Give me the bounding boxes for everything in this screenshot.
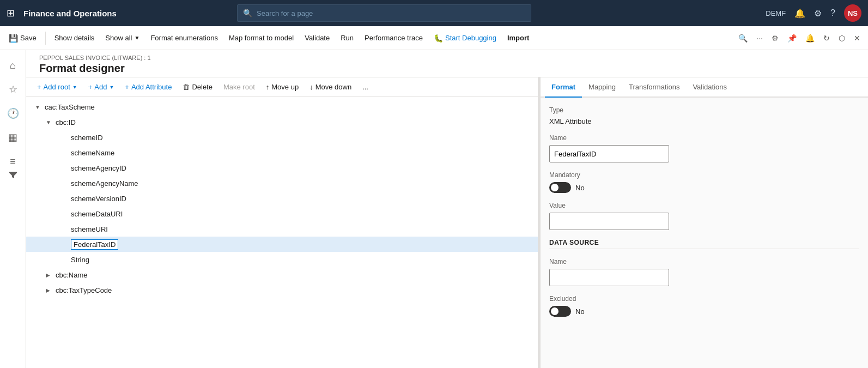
add-root-button[interactable]: + Add root ▼ <box>33 81 82 93</box>
plus-icon: + <box>37 83 41 91</box>
format-enumerations-button[interactable]: Format enumerations <box>146 32 222 44</box>
page-header: PEPPOL SALES INVOICE (LITWARE) : 1 Forma… <box>26 50 868 77</box>
datasource-name-group: Name <box>549 258 859 286</box>
make-root-button[interactable]: Make root <box>219 81 259 93</box>
tree-item-schemeURI[interactable]: schemeURI <box>26 221 538 237</box>
tab-transformations[interactable]: Transformations <box>622 77 686 98</box>
close-button[interactable]: ✕ <box>851 32 864 45</box>
page-title: Format designer <box>39 62 855 75</box>
type-group: Type XML Attribute <box>549 106 859 125</box>
value-input[interactable] <box>549 213 669 230</box>
item-label: FederalTaxID <box>71 239 118 250</box>
properties-body: Type XML Attribute Name Mandatory <box>541 98 868 325</box>
tree-item-cacTaxScheme[interactable]: ▼ cac:TaxScheme <box>26 99 538 114</box>
item-label: schemeURI <box>71 225 108 233</box>
map-format-to-model-button[interactable]: Map format to model <box>224 32 298 44</box>
bell-icon: 🔔 <box>805 34 815 43</box>
settings2-button[interactable]: ⚙ <box>768 32 782 45</box>
open-button[interactable]: ⬡ <box>835 32 848 45</box>
sidebar-item-recent[interactable]: 🕐 <box>2 102 24 124</box>
tree-item-schemeAgencyName[interactable]: schemeAgencyName <box>26 176 538 191</box>
save-icon: 💾 <box>9 34 18 43</box>
search-icon: 🔍 <box>738 34 748 43</box>
app-title: Finance and Operations <box>23 9 117 18</box>
tree-item-schemeDataURI[interactable]: schemeDataURI <box>26 206 538 221</box>
start-debugging-button[interactable]: 🐛 Start Debugging <box>429 32 501 45</box>
delete-icon: 🗑 <box>183 83 190 91</box>
action-bar: 💾 Save Show details Show all ▼ Format en… <box>0 26 868 50</box>
name-input[interactable] <box>549 145 669 162</box>
run-button[interactable]: Run <box>336 32 358 44</box>
item-label: cac:TaxScheme <box>45 103 95 111</box>
item-label: schemeVersionID <box>71 195 126 203</box>
tree-item-cbcName[interactable]: ▶ cbc:Name <box>26 267 538 282</box>
save-button[interactable]: 💾 Save <box>4 32 41 45</box>
tree-toolbar: + Add root ▼ + Add ▼ + Add Attribute � <box>26 77 538 97</box>
plus-icon3: + <box>125 83 129 91</box>
tree-item-schemeVersionID[interactable]: schemeVersionID <box>26 191 538 206</box>
notification-icon[interactable]: 🔔 <box>794 8 805 19</box>
delete-button[interactable]: 🗑 Delete <box>178 81 217 93</box>
more-options-button[interactable]: ··· <box>753 32 766 45</box>
sidebar-item-home[interactable]: ⌂ <box>2 55 24 76</box>
excluded-toggle[interactable] <box>549 306 571 317</box>
tree-item-schemeID[interactable]: schemeID <box>26 130 538 145</box>
top-navigation: ⊞ Finance and Operations 🔍 DEMF 🔔 ⚙ ? NS <box>0 0 868 26</box>
sidebar-navigation: ⌂ ☆ 🕐 ▦ ≡ <box>0 50 26 368</box>
search-icon: 🔍 <box>243 9 252 17</box>
tree-item-cbcTaxTypeCode[interactable]: ▶ cbc:TaxTypeCode <box>26 282 538 298</box>
move-down-button[interactable]: ↓ Move down <box>305 81 356 93</box>
mandatory-toggle[interactable] <box>549 182 571 193</box>
item-label: String <box>71 256 89 264</box>
more-tree-button[interactable]: ... <box>358 81 373 93</box>
tab-format[interactable]: Format <box>545 77 582 98</box>
expand-arrow: ▼ <box>35 104 43 110</box>
user-avatar[interactable]: NS <box>844 4 861 22</box>
sidebar-item-favorites[interactable]: ☆ <box>2 79 24 100</box>
tree-item-string[interactable]: String <box>26 252 538 267</box>
mandatory-group: Mandatory No <box>549 171 859 193</box>
refresh-button[interactable]: ↻ <box>820 32 833 45</box>
pin-button[interactable]: 📌 <box>784 32 800 45</box>
search-input[interactable] <box>257 9 525 17</box>
refresh-icon: ↻ <box>823 34 830 43</box>
import-button[interactable]: Import <box>503 32 533 44</box>
value-label: Value <box>549 202 859 209</box>
value-group: Value <box>549 202 859 230</box>
debug-icon: 🐛 <box>434 34 443 43</box>
sidebar-item-grid[interactable]: ▦ <box>2 126 24 148</box>
settings-icon[interactable]: ⚙ <box>814 8 822 19</box>
datasource-name-input[interactable] <box>549 269 669 286</box>
tree-item-schemeName[interactable]: schemeName <box>26 145 538 160</box>
item-label: cbc:TaxTypeCode <box>56 286 112 294</box>
help-icon[interactable]: ? <box>830 8 835 18</box>
move-up-button[interactable]: ↑ Move up <box>262 81 303 93</box>
performance-trace-button[interactable]: Performance trace <box>360 32 427 44</box>
show-all-button[interactable]: Show all ▼ <box>101 32 144 44</box>
tree-content: ▼ cac:TaxScheme ▼ cbc:ID schemeID <box>26 97 538 368</box>
chevron-icon: ▼ <box>72 85 77 90</box>
tree-item-cbcID[interactable]: ▼ cbc:ID <box>26 114 538 130</box>
search-button[interactable]: 🔍 <box>735 32 751 45</box>
tree-item-schemeAgencyID[interactable]: schemeAgencyID <box>26 160 538 176</box>
sidebar-item-filter[interactable] <box>2 164 24 185</box>
up-arrow-icon: ↑ <box>266 83 270 91</box>
toggle-knob <box>551 184 559 191</box>
add-attribute-button[interactable]: + Add Attribute <box>120 81 176 93</box>
show-details-button[interactable]: Show details <box>50 32 99 44</box>
notification2-button[interactable]: 🔔 <box>802 32 818 45</box>
expand-arrow: ▼ <box>46 119 53 125</box>
tab-validations[interactable]: Validations <box>686 77 733 98</box>
validate-button[interactable]: Validate <box>300 32 334 44</box>
tab-mapping[interactable]: Mapping <box>582 77 622 98</box>
tree-item-federalTaxID[interactable]: FederalTaxID <box>26 237 538 252</box>
mandatory-toggle-label: No <box>575 184 585 192</box>
breadcrumb: PEPPOL SALES INVOICE (LITWARE) : 1 <box>39 55 855 61</box>
add-button[interactable]: + Add ▼ <box>84 81 119 93</box>
mandatory-label: Mandatory <box>549 171 859 179</box>
properties-tabs: Format Mapping Transformations Validatio… <box>541 77 868 98</box>
name-label: Name <box>549 134 859 142</box>
item-label: cbc:Name <box>56 271 88 279</box>
down-arrow-icon: ↓ <box>309 83 313 91</box>
waffle-icon[interactable]: ⊞ <box>7 7 15 19</box>
